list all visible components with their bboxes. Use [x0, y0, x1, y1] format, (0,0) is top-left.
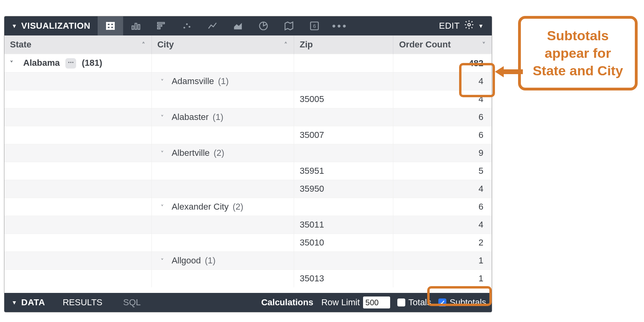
- annotation-callout: Subtotals appear for State and City: [518, 16, 638, 90]
- zip-cell: 35007: [294, 126, 393, 144]
- svg-point-14: [188, 26, 190, 27]
- city-name: Adamsville: [172, 76, 214, 86]
- viz-line-button[interactable]: [200, 16, 225, 35]
- viz-horizontal-bar-button[interactable]: [149, 16, 174, 35]
- viz-bar-button[interactable]: [123, 16, 149, 35]
- more-actions-pill[interactable]: ···: [65, 58, 76, 69]
- svg-marker-15: [234, 23, 242, 29]
- subtotals-checkbox[interactable]: Subtotals: [438, 297, 486, 308]
- table-row: ˅Allgood(1)1: [4, 252, 492, 270]
- order-count-cell: 1: [393, 270, 492, 288]
- svg-point-12: [183, 27, 185, 28]
- table-row: ˅Albertville(2)9: [4, 144, 492, 162]
- svg-rect-4: [110, 22, 111, 30]
- table-row: ˅Alabaster(1)6: [4, 108, 492, 126]
- collapse-icon[interactable]: ˅: [161, 78, 168, 86]
- svg-point-20: [467, 24, 470, 26]
- collapse-icon[interactable]: ˅: [161, 257, 168, 265]
- zip-cell: [294, 108, 393, 126]
- sort-asc-icon[interactable]: ˄: [142, 41, 145, 49]
- data-table: State ˄ City ˄ Zip Order Count ˅ ˅: [4, 35, 492, 287]
- svg-marker-17: [285, 22, 293, 30]
- visualization-label: VISUALIZATION: [21, 21, 90, 31]
- table-row: 350054: [4, 90, 492, 108]
- totals-checkbox[interactable]: Totals: [397, 297, 431, 308]
- state-cell[interactable]: ˅ Alabama ··· (181): [4, 54, 151, 73]
- collapse-icon[interactable]: ˅: [10, 60, 17, 67]
- checkbox-unchecked-icon: [397, 298, 405, 306]
- row-limit-input[interactable]: [363, 296, 390, 308]
- city-row-count: (1): [205, 255, 216, 265]
- checkbox-checked-icon: [438, 298, 446, 306]
- caret-down-icon: ▼: [12, 23, 17, 29]
- svg-rect-10: [157, 25, 162, 26]
- order-count-cell: 4: [393, 216, 492, 234]
- zip-cell: 35011: [294, 216, 393, 234]
- svg-marker-21: [495, 66, 523, 77]
- tab-sql[interactable]: SQL: [113, 293, 151, 312]
- svg-text:6: 6: [313, 23, 316, 29]
- column-header-zip[interactable]: Zip: [294, 35, 393, 54]
- zip-cell: [294, 252, 393, 270]
- city-subtotal-cell[interactable]: ˅Allgood(1): [151, 252, 294, 270]
- city-row-count: (2): [233, 202, 243, 212]
- column-header-city[interactable]: City ˄: [151, 35, 294, 54]
- table-row: 350114: [4, 216, 492, 234]
- tab-results[interactable]: RESULTS: [52, 293, 113, 312]
- viz-area-button[interactable]: [225, 16, 251, 35]
- viz-single-value-button[interactable]: 6: [302, 16, 327, 35]
- viz-more-button[interactable]: •••: [327, 16, 353, 35]
- zip-cell: 35005: [294, 90, 393, 108]
- state-row-count: (181): [82, 58, 102, 68]
- table-header-row: State ˄ City ˄ Zip Order Count ˅: [4, 35, 492, 54]
- svg-rect-7: [135, 24, 137, 29]
- order-count-cell: 4: [393, 180, 492, 198]
- order-count-cell: 6: [393, 198, 492, 216]
- city-subtotal-cell[interactable]: ˅Alabaster(1): [151, 108, 294, 126]
- svg-rect-6: [132, 26, 134, 29]
- data-section-toggle[interactable]: ▼ DATA: [4, 293, 52, 312]
- city-subtotal-cell[interactable]: ˅Adamsville(1): [151, 73, 294, 90]
- column-header-state[interactable]: State ˄: [4, 35, 151, 54]
- order-count-cell: 9: [393, 144, 492, 162]
- viz-map-button[interactable]: [276, 16, 302, 35]
- collapse-icon[interactable]: ˅: [161, 204, 168, 211]
- edit-label: EDIT: [439, 21, 460, 31]
- viz-pie-button[interactable]: [251, 16, 276, 35]
- zip-cell: 35951: [294, 162, 393, 180]
- data-label: DATA: [21, 297, 45, 308]
- table-row: ˅Alexander City(2)6: [4, 198, 492, 216]
- collapse-icon[interactable]: ˅: [161, 114, 168, 122]
- order-count-cell: 4: [393, 90, 492, 108]
- city-subtotal-cell[interactable]: ˅Alexander City(2): [151, 198, 294, 216]
- data-toolbar: ▼ DATA RESULTS SQL Calculations Row Limi…: [4, 293, 492, 312]
- viz-table-button[interactable]: [98, 16, 123, 35]
- table-row: 359504: [4, 180, 492, 198]
- table-row: ˅Adamsville(1)4: [4, 73, 492, 90]
- svg-rect-5: [113, 22, 114, 30]
- svg-rect-11: [157, 27, 160, 29]
- panel: ▼ VISUALIZATION 6 •••: [4, 16, 492, 312]
- city-subtotal-cell[interactable]: ˅Albertville(2): [151, 144, 294, 162]
- order-count-cell: 2: [393, 234, 492, 252]
- collapse-icon[interactable]: ˅: [161, 150, 168, 157]
- sort-asc-icon[interactable]: ˄: [284, 41, 287, 49]
- city-name: Alabaster: [172, 112, 209, 122]
- column-header-order-count[interactable]: Order Count ˅: [393, 35, 492, 54]
- sort-desc-icon[interactable]: ˅: [482, 41, 485, 49]
- gear-icon: [464, 20, 474, 32]
- row-limit-label: Row Limit: [321, 297, 360, 308]
- visualization-section-toggle[interactable]: ▼ VISUALIZATION: [4, 16, 98, 35]
- order-count-cell: 6: [393, 108, 492, 126]
- calculations-button[interactable]: Calculations: [261, 297, 313, 308]
- viz-scatter-button[interactable]: [174, 16, 200, 35]
- city-row-count: (1): [213, 112, 224, 122]
- state-order-subtotal: 482: [393, 54, 492, 73]
- city-row-count: (2): [214, 148, 224, 158]
- edit-visualization-button[interactable]: EDIT ▼: [439, 20, 492, 32]
- svg-point-13: [186, 24, 188, 25]
- order-count-cell: 1: [393, 252, 492, 270]
- zip-cell: 35013: [294, 270, 393, 288]
- state-name: Alabama: [23, 58, 60, 68]
- zip-cell: [294, 144, 393, 162]
